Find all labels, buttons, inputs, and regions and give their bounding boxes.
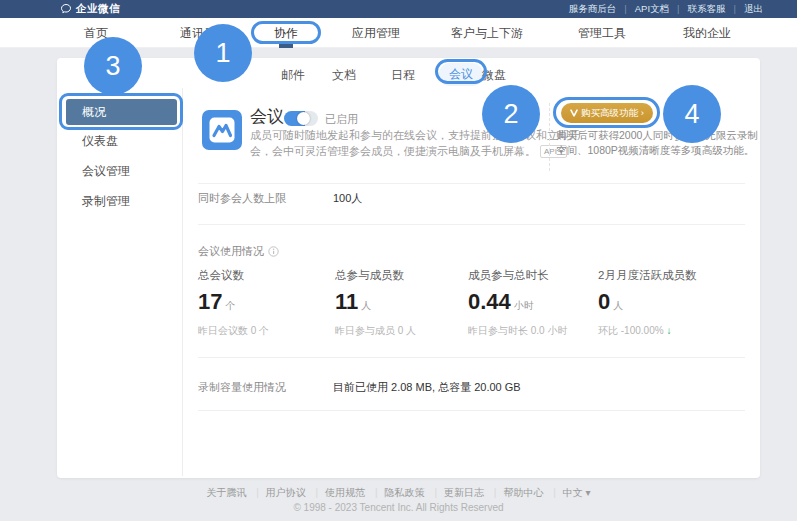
header-vertical-divider [549,103,550,171]
footer-link-privacy[interactable]: 隐私政策 [368,487,425,498]
top-link-logout[interactable]: 退出 [726,3,763,16]
divider [198,183,745,184]
top-bar: 企业微信 服务商后台 API文档 联系客服 退出 [0,0,797,18]
stat-label: 成员参与总时长 [468,268,598,283]
top-links: 服务商后台 API文档 联系客服 退出 [569,0,763,18]
stat-value: 17个 [198,289,328,315]
annotation-rect-meeting-tab [435,59,487,84]
recording-storage-value: 目前已使用 2.08 MB, 总容量 20.00 GB [333,380,521,395]
footer-link-usage-rules[interactable]: 使用规范 [309,487,366,498]
nav-item-admin-tools[interactable]: 管理工具 [578,18,626,48]
screen: 企业微信 服务商后台 API文档 联系客服 退出 首页 通讯录 协作 应用管理 … [0,0,797,521]
sidebar-divider [182,88,183,476]
premium-benefit-line2: 空间、1080P视频清晰度等多项高级功能。 [556,144,754,158]
recording-storage-label: 录制容量使用情况 [198,380,286,395]
stat-total-duration: 成员参与总时长 0.44小时 昨日参与时长 0.0 小时 [468,268,598,338]
participant-limit-value: 100人 [333,191,362,206]
stat-label: 2月月度活跃成员数 [598,268,728,283]
meeting-enabled-toggle[interactable] [284,111,318,126]
toggle-status-label: 已启用 [325,112,358,127]
toggle-knob [297,112,310,125]
stat-value: 0人 [598,289,728,315]
usage-title-text: 会议使用情况 [198,244,264,259]
footer-language-selector[interactable]: 中文 ▾ [546,487,590,498]
stat-sub: 环比 -100.00% ↓ [598,324,728,338]
annotation-rect-overview [59,93,183,130]
chat-bubble-icon [60,3,72,15]
sidebar-item-recording-management[interactable]: 录制管理 [66,188,177,214]
top-link-provider-console[interactable]: 服务商后台 [569,3,617,16]
participant-limit-label: 同时参会人数上限 [198,191,286,206]
active-nav-indicator [279,44,293,48]
copyright-text: © 1998 - 2023 Tencent Inc. All Rights Re… [0,502,797,513]
stat-unit: 个 [225,300,235,311]
divider [198,410,745,411]
divider [198,357,745,358]
footer-link-help-center[interactable]: 帮助中心 [487,487,544,498]
trend-down-arrow: ↓ [666,325,671,336]
tab-schedule[interactable]: 日程 [391,67,415,84]
footer-links: 关于腾讯 用户协议 使用规范 隐私政策 更新日志 帮助中心 中文 ▾ [0,486,797,500]
page-title: 会议 [250,105,284,128]
nav-item-my-company[interactable]: 我的企业 [683,18,731,48]
annotation-step-4: 4 [663,85,721,143]
stat-label: 总会议数 [198,268,328,283]
stat-sub: 昨日会议数 0 个 [198,324,328,338]
app-logo: 企业微信 [60,0,120,18]
tab-mail[interactable]: 邮件 [281,67,305,84]
stat-value: 0.44小时 [468,289,598,315]
stat-monthly-active: 2月月度活跃成员数 0人 环比 -100.00% ↓ [598,268,728,338]
nav-item-customers[interactable]: 客户与上下游 [451,18,523,48]
footer-link-user-agreement[interactable]: 用户协议 [249,487,306,498]
meeting-app-icon [202,110,242,154]
sidebar-item-dashboard[interactable]: 仪表盘 [66,128,177,154]
meeting-description-line2: 会，会中可灵活管理参会成员，便捷演示电脑及手机屏幕。API ▾ [250,144,567,159]
meeting-description-line2-text: 会，会中可灵活管理参会成员，便捷演示电脑及手机屏幕。 [250,145,536,157]
premium-benefit-line1: 购买后可获得2000人同时参会、无限云录制 [556,129,758,143]
divider [198,224,745,225]
top-link-contact-support[interactable]: 联系客服 [669,3,725,16]
stat-sub: 昨日参与时长 0.0 小时 [468,324,598,338]
stat-unit: 小时 [514,300,534,311]
annotation-rect-buy-button [553,97,660,128]
annotation-step-1: 1 [194,24,252,82]
footer-link-about[interactable]: 关于腾讯 [206,487,246,498]
stat-value: 11人 [335,289,465,315]
top-link-api-docs[interactable]: API文档 [616,3,669,16]
annotation-step-3: 3 [84,37,142,95]
footer-link-changelog[interactable]: 更新日志 [427,487,484,498]
annotation-rect-collaboration [251,21,321,44]
usage-section-title: 会议使用情况 [198,244,279,259]
tab-docs[interactable]: 文档 [332,67,356,84]
app-logo-text: 企业微信 [76,2,120,16]
stat-unit: 人 [613,300,623,311]
stat-label: 总参与成员数 [335,268,465,283]
stat-unit: 人 [361,300,371,311]
nav-item-app-management[interactable]: 应用管理 [352,18,400,48]
annotation-step-2: 2 [482,85,540,143]
info-icon[interactable] [268,246,279,257]
stat-total-meetings: 总会议数 17个 昨日会议数 0 个 [198,268,328,338]
stat-sub: 昨日参与成员 0 人 [335,324,465,338]
stat-total-participants: 总参与成员数 11人 昨日参与成员 0 人 [335,268,465,338]
sidebar-item-meeting-management[interactable]: 会议管理 [66,158,177,184]
